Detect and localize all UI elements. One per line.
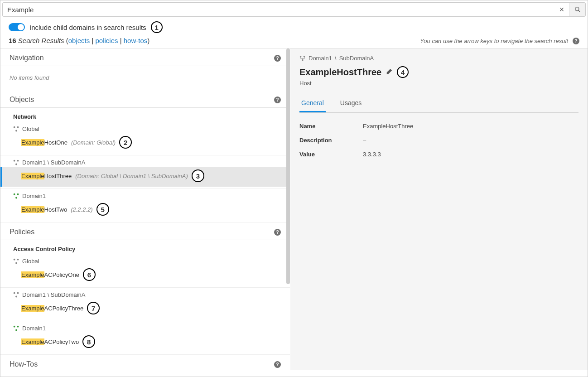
- search-result[interactable]: ExampleHostOne (Domain: Global) 2: [0, 133, 290, 153]
- search-result[interactable]: ExampleACPolicyThree 7: [0, 299, 290, 319]
- domain-path: Domain1: [0, 189, 290, 200]
- hierarchy-icon: [13, 258, 19, 265]
- svg-point-18: [17, 325, 19, 327]
- detail-panel: Domain1 \ SubDomainA ExampleHostThree 4 …: [290, 48, 588, 370]
- field-desc-label: Description: [299, 137, 363, 144]
- domain-path: Domain1: [0, 321, 290, 333]
- svg-point-14: [14, 292, 15, 294]
- callout-1: 1: [151, 21, 163, 33]
- callout-4: 4: [397, 66, 409, 78]
- hierarchy-icon: [13, 193, 19, 199]
- search-result[interactable]: ExampleACPolicyTwo 8: [0, 333, 290, 353]
- subsection-network: Network: [0, 108, 290, 122]
- svg-point-10: [15, 197, 17, 198]
- hierarchy-icon: [13, 292, 19, 298]
- help-icon[interactable]: ?: [274, 97, 281, 103]
- scrollbar[interactable]: [286, 48, 290, 284]
- svg-point-7: [15, 163, 17, 165]
- hierarchy-icon: [13, 325, 19, 332]
- include-child-toggle[interactable]: [9, 23, 25, 31]
- section-howtos: How-Tos ?: [0, 355, 290, 370]
- results-panel: Navigation ? No items found Objects ? Ne…: [0, 48, 290, 370]
- svg-point-11: [14, 258, 15, 260]
- clear-search-icon[interactable]: ×: [554, 5, 569, 14]
- tab-usages[interactable]: Usages: [338, 95, 363, 112]
- callout-5: 5: [96, 203, 109, 216]
- domain-path: Domain1 \ SubDomainA: [0, 288, 290, 299]
- svg-point-9: [17, 193, 19, 195]
- search-result[interactable]: ExampleHostTwo (2.2.2.2) 5: [0, 200, 290, 220]
- svg-point-6: [17, 160, 19, 161]
- svg-point-0: [575, 7, 578, 11]
- svg-point-3: [17, 126, 19, 128]
- svg-point-19: [15, 329, 17, 331]
- svg-point-2: [14, 126, 15, 128]
- callout-7: 7: [87, 302, 100, 314]
- section-navigation: Navigation ?: [0, 48, 290, 66]
- help-icon[interactable]: ?: [274, 55, 281, 62]
- svg-point-16: [15, 295, 17, 297]
- filter-policies-link[interactable]: policies: [96, 37, 118, 44]
- breadcrumb: Domain1 \ SubDomainA: [299, 55, 578, 62]
- svg-point-12: [17, 258, 19, 260]
- svg-line-1: [578, 10, 580, 12]
- help-icon[interactable]: ?: [274, 229, 281, 236]
- tab-general[interactable]: General: [299, 95, 326, 112]
- svg-point-8: [14, 193, 15, 195]
- filter-objects-link[interactable]: objects: [68, 37, 90, 44]
- search-button[interactable]: [569, 3, 585, 16]
- help-icon[interactable]: ?: [573, 38, 579, 44]
- hierarchy-icon: [13, 126, 19, 132]
- field-name-label: Name: [299, 123, 363, 130]
- detail-title: ExampleHostThree: [299, 67, 381, 77]
- field-value-label: Value: [299, 151, 363, 158]
- search-input[interactable]: [3, 6, 554, 14]
- field-value-value: 3.3.3.3: [363, 151, 381, 158]
- field-desc-value: –: [363, 137, 366, 144]
- results-summary: 16 Search Results (objects | policies | …: [9, 37, 163, 44]
- domain-path: Domain1 \ SubDomainA: [0, 155, 290, 167]
- edit-icon[interactable]: [386, 68, 392, 76]
- section-objects: Objects ?: [0, 90, 290, 108]
- subsection-acp: Access Control Policy: [0, 240, 290, 254]
- svg-point-15: [17, 292, 19, 294]
- svg-point-17: [14, 325, 15, 327]
- domain-path: Global: [0, 254, 290, 266]
- detail-type: Host: [299, 80, 578, 87]
- hierarchy-icon: [13, 160, 19, 166]
- svg-point-20: [300, 55, 302, 57]
- field-name-value: ExampleHostThree: [363, 123, 413, 130]
- include-child-label: Include child domains in search results: [29, 24, 146, 31]
- callout-8: 8: [82, 335, 95, 348]
- section-policies: Policies ?: [0, 222, 290, 240]
- callout-6: 6: [83, 268, 96, 281]
- svg-point-22: [302, 59, 304, 61]
- no-items: No items found: [0, 66, 290, 90]
- search-header: Include child domains in search results …: [0, 19, 588, 48]
- search-bar: ×: [2, 2, 586, 17]
- svg-point-4: [15, 130, 17, 131]
- help-icon[interactable]: ?: [274, 361, 281, 368]
- nav-hint: You can use the arrow keys to navigate t…: [420, 38, 568, 44]
- callout-2: 2: [119, 136, 132, 149]
- search-result[interactable]: ExampleHostThree (Domain: Global \ Domai…: [0, 167, 290, 187]
- svg-point-13: [15, 262, 17, 264]
- svg-point-21: [304, 55, 305, 57]
- filter-howtos-link[interactable]: how-tos: [124, 37, 148, 44]
- callout-3: 3: [192, 169, 204, 182]
- hierarchy-icon: [299, 55, 306, 62]
- svg-point-5: [14, 160, 15, 161]
- detail-tabs: General Usages: [299, 95, 578, 113]
- domain-path: Global: [0, 122, 290, 133]
- search-result[interactable]: ExampleACPolicyOne 6: [0, 266, 290, 285]
